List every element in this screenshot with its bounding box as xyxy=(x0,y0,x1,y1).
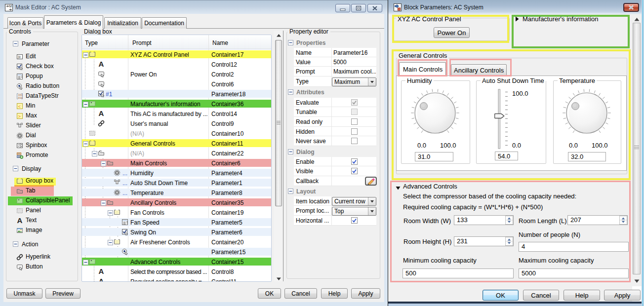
svg-text:<: < xyxy=(18,104,21,109)
svg-text:3I: 3I xyxy=(18,55,21,59)
svg-text:>: > xyxy=(18,114,21,119)
svg-text:010: 010 xyxy=(18,97,22,100)
svg-text:M: M xyxy=(9,4,12,8)
